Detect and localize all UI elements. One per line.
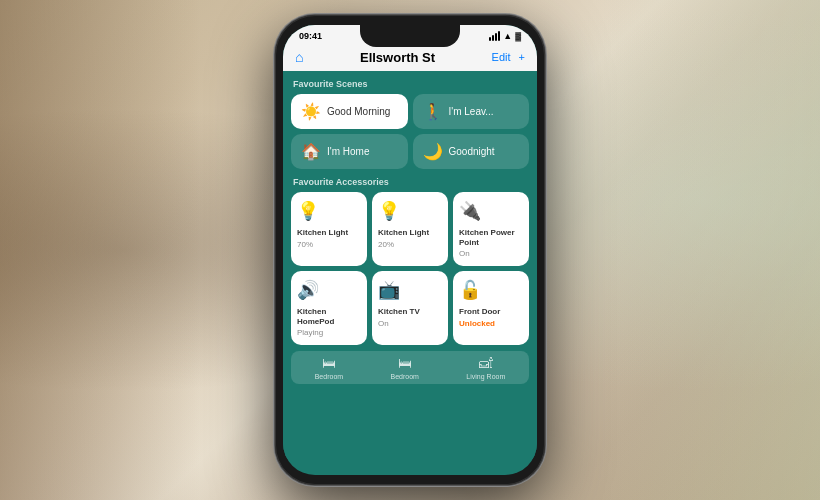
nav-bar: ⌂ Ellsworth St Edit +	[283, 43, 537, 71]
nav-title: Ellsworth St	[360, 50, 435, 65]
im-home-icon: 🏠	[301, 142, 321, 161]
living-room-label: Living Room	[466, 373, 505, 380]
accessory-kitchen-tv[interactable]: 📺 Kitchen TV On	[372, 271, 448, 345]
front-door-icon: 🔓	[459, 279, 481, 301]
scene-im-home-label: I'm Home	[327, 146, 369, 157]
wifi-icon: ▲	[503, 31, 512, 41]
bedroom-1-icon: 🛏	[322, 355, 336, 371]
kitchen-tv-icon: 📺	[378, 279, 400, 301]
scene-im-home[interactable]: 🏠 I'm Home	[291, 134, 408, 169]
kitchen-tv-status: On	[378, 319, 389, 328]
kitchen-power-name: Kitchen Power Point	[459, 228, 523, 247]
tab-bedroom-2[interactable]: 🛏 Bedroom	[391, 355, 419, 380]
add-button[interactable]: +	[519, 51, 525, 63]
nav-actions: Edit +	[492, 51, 525, 63]
status-time: 09:41	[299, 31, 322, 41]
accessory-kitchen-homepod[interactable]: 🔊 Kitchen HomePod Playing	[291, 271, 367, 345]
kitchen-homepod-icon: 🔊	[297, 279, 319, 301]
bedroom-1-label: Bedroom	[315, 373, 343, 380]
kitchen-light-1-status: 70%	[297, 240, 313, 249]
scenes-grid: ☀️ Good Morning 🚶 I'm Leav... 🏠 I'm Home…	[291, 94, 529, 169]
im-leaving-icon: 🚶	[423, 102, 443, 121]
scene-im-leaving-label: I'm Leav...	[449, 106, 494, 117]
kitchen-light-1-name: Kitchen Light	[297, 228, 348, 238]
tab-living-room[interactable]: 🛋 Living Room	[466, 355, 505, 380]
kitchen-tv-name: Kitchen TV	[378, 307, 420, 317]
accessory-kitchen-power[interactable]: 🔌 Kitchen Power Point On	[453, 192, 529, 266]
phone-notch	[360, 25, 460, 47]
scenes-title: Favourite Scenes	[291, 79, 529, 89]
kitchen-light-2-name: Kitchen Light	[378, 228, 429, 238]
kitchen-light-2-status: 20%	[378, 240, 394, 249]
front-door-status: Unlocked	[459, 319, 495, 328]
accessories-title: Favourite Accessories	[291, 177, 529, 187]
scene-goodnight[interactable]: 🌙 Goodnight	[413, 134, 530, 169]
status-icons: ▲ ▓	[489, 31, 521, 41]
kitchen-power-icon: 🔌	[459, 200, 481, 222]
bedroom-2-icon: 🛏	[398, 355, 412, 371]
good-morning-icon: ☀️	[301, 102, 321, 121]
tab-bedroom-1[interactable]: 🛏 Bedroom	[315, 355, 343, 380]
battery-icon: ▓	[515, 32, 521, 41]
accessories-grid: 💡 Kitchen Light 70% 💡 Kitchen Light 20% …	[291, 192, 529, 345]
goodnight-icon: 🌙	[423, 142, 443, 161]
living-room-icon: 🛋	[479, 355, 493, 371]
scene-im-leaving[interactable]: 🚶 I'm Leav...	[413, 94, 530, 129]
kitchen-light-1-icon: 💡	[297, 200, 319, 222]
accessory-kitchen-light-2[interactable]: 💡 Kitchen Light 20%	[372, 192, 448, 266]
bedroom-2-label: Bedroom	[391, 373, 419, 380]
bottom-tabs: 🛏 Bedroom 🛏 Bedroom 🛋 Living Room	[291, 351, 529, 384]
kitchen-power-status: On	[459, 249, 470, 258]
kitchen-light-2-icon: 💡	[378, 200, 400, 222]
front-door-name: Front Door	[459, 307, 500, 317]
accessory-kitchen-light-1[interactable]: 💡 Kitchen Light 70%	[291, 192, 367, 266]
main-content: Favourite Scenes ☀️ Good Morning 🚶 I'm L…	[283, 71, 537, 459]
phone-screen: 09:41 ▲ ▓ ⌂ Ellsworth St Edit +	[283, 25, 537, 475]
home-icon[interactable]: ⌂	[295, 49, 303, 65]
accessory-front-door[interactable]: 🔓 Front Door Unlocked	[453, 271, 529, 345]
scene-good-morning[interactable]: ☀️ Good Morning	[291, 94, 408, 129]
edit-button[interactable]: Edit	[492, 51, 511, 63]
phone-frame: 09:41 ▲ ▓ ⌂ Ellsworth St Edit +	[275, 15, 545, 485]
signal-icon	[489, 31, 500, 41]
scene-goodnight-label: Goodnight	[449, 146, 495, 157]
kitchen-homepod-name: Kitchen HomePod	[297, 307, 361, 326]
kitchen-homepod-status: Playing	[297, 328, 323, 337]
scene-good-morning-label: Good Morning	[327, 106, 390, 117]
